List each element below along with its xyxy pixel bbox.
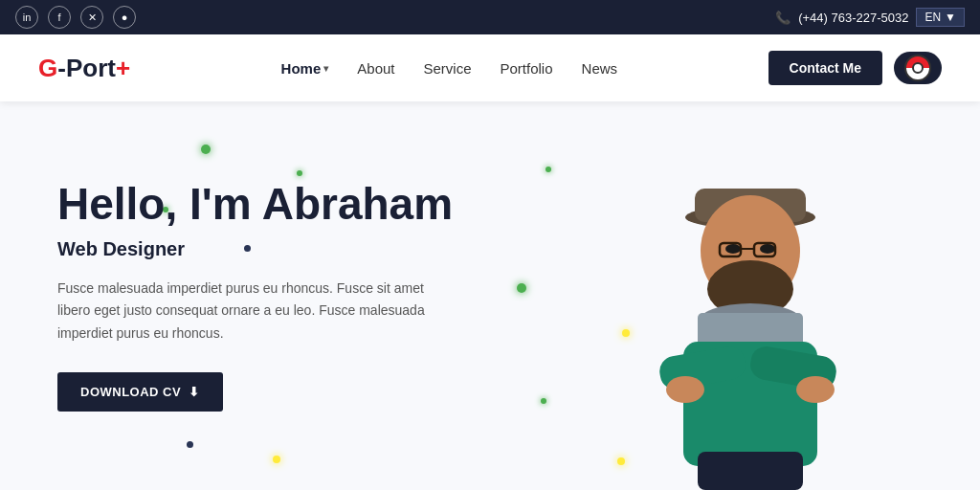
svg-rect-10 <box>698 313 803 346</box>
theme-toggle[interactable] <box>894 52 942 84</box>
dot-decoration <box>201 145 211 154</box>
nav-about[interactable]: About <box>357 60 394 77</box>
dot-decoration <box>546 167 551 172</box>
contact-button[interactable]: Contact Me <box>768 51 882 85</box>
person-svg <box>607 136 894 490</box>
logo-t: t <box>107 54 116 82</box>
social-icons: in f ✕ ● <box>15 6 136 29</box>
hero-title: Hello, I'm Abraham <box>57 180 459 229</box>
nav-right: Contact Me <box>768 51 942 85</box>
dot-decoration <box>297 170 302 176</box>
chevron-down-icon: ▾ <box>323 63 328 74</box>
pokeball-icon <box>904 55 931 81</box>
nav-portfolio[interactable]: Portfolio <box>501 60 553 77</box>
hero-description: Fusce malesuada imperdiet purus eu rhonc… <box>57 278 459 345</box>
logo[interactable]: G-Port+ <box>38 54 130 83</box>
top-bar: in f ✕ ● 📞 (+44) 763-227-5032 EN ▼ <box>0 0 980 34</box>
language-button[interactable]: EN ▼ <box>916 8 965 27</box>
nav-service[interactable]: Service <box>423 60 471 77</box>
nav-news[interactable]: News <box>582 60 618 77</box>
svg-point-5 <box>760 244 775 254</box>
phone-info: 📞 (+44) 763-227-5032 EN ▼ <box>775 8 965 27</box>
hero-role: Web Designer <box>57 238 459 260</box>
logo-port: Por <box>66 54 107 82</box>
dot-decoration <box>541 398 546 404</box>
dot-decoration <box>187 441 193 448</box>
svg-point-14 <box>666 376 704 403</box>
phone-number: (+44) 763-227-5032 <box>798 11 908 25</box>
svg-rect-16 <box>698 452 803 490</box>
twitter-icon[interactable]: ✕ <box>80 6 103 29</box>
svg-point-15 <box>796 376 835 403</box>
logo-plus: + <box>116 54 130 82</box>
navbar: G-Port+ Home ▾ About Service Portfolio N… <box>0 34 980 101</box>
download-icon: ⬇ <box>189 385 200 399</box>
nav-home[interactable]: Home ▾ <box>281 60 329 77</box>
svg-point-4 <box>725 244 741 254</box>
hero-section: Hello, I'm Abraham Web Designer Fusce ma… <box>0 101 980 490</box>
hero-person-image <box>597 126 903 490</box>
nav-links: Home ▾ About Service Portfolio News <box>281 60 617 77</box>
facebook-icon[interactable]: f <box>48 6 71 29</box>
chevron-down-icon: ▼ <box>945 11 956 24</box>
logo-dash: - <box>57 54 66 82</box>
phone-icon: 📞 <box>775 11 791 25</box>
dot-decoration <box>273 456 280 463</box>
hero-content: Hello, I'm Abraham Web Designer Fusce ma… <box>57 180 459 412</box>
whatsapp-icon[interactable]: ● <box>113 6 136 29</box>
download-cv-button[interactable]: DOWNLOAD CV ⬇ <box>57 372 223 412</box>
logo-g: G <box>38 54 57 82</box>
linkedin-icon[interactable]: in <box>15 6 38 29</box>
dot-decoration <box>517 283 526 293</box>
